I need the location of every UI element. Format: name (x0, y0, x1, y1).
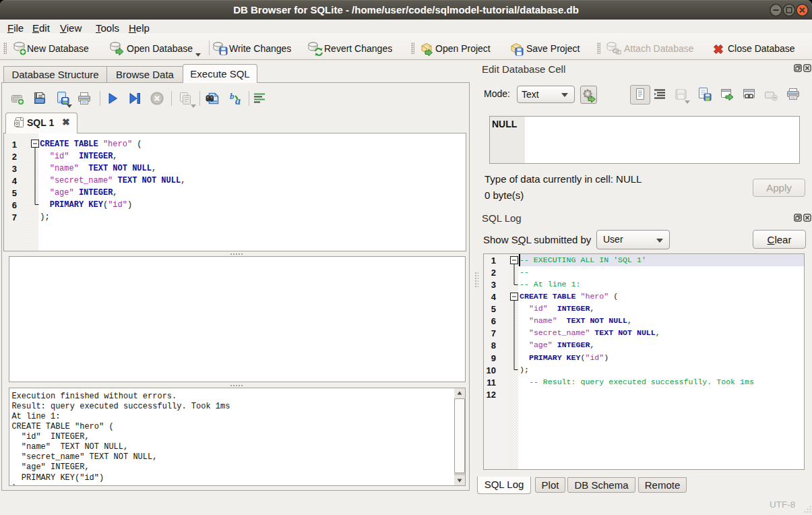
svg-text:b: b (230, 91, 235, 101)
